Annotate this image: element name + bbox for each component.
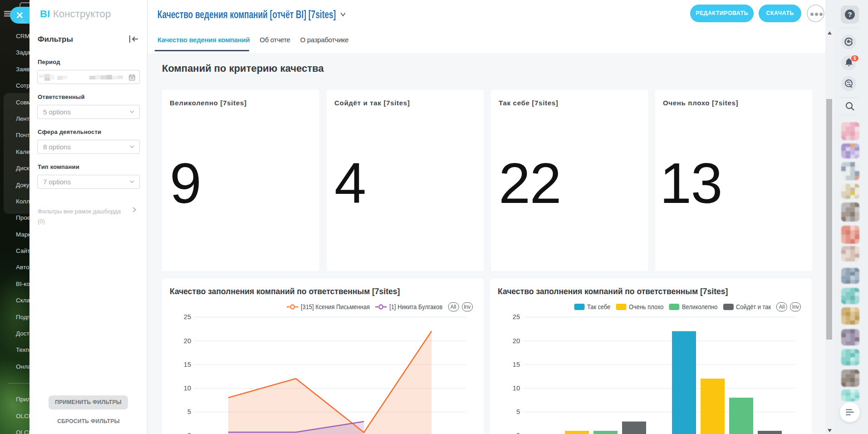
svg-text:15: 15 xyxy=(184,361,191,368)
svg-text:0: 0 xyxy=(516,432,520,434)
svg-text:10: 10 xyxy=(184,385,191,392)
svg-text:5: 5 xyxy=(516,408,520,415)
svg-text:0: 0 xyxy=(187,432,191,434)
svg-text:20: 20 xyxy=(513,337,520,345)
svg-text:25: 25 xyxy=(513,313,520,321)
svg-text:5: 5 xyxy=(187,408,191,415)
svg-text:20: 20 xyxy=(184,337,191,345)
svg-text:25: 25 xyxy=(184,313,191,321)
svg-text:15: 15 xyxy=(513,361,520,368)
svg-text:10: 10 xyxy=(513,385,520,392)
